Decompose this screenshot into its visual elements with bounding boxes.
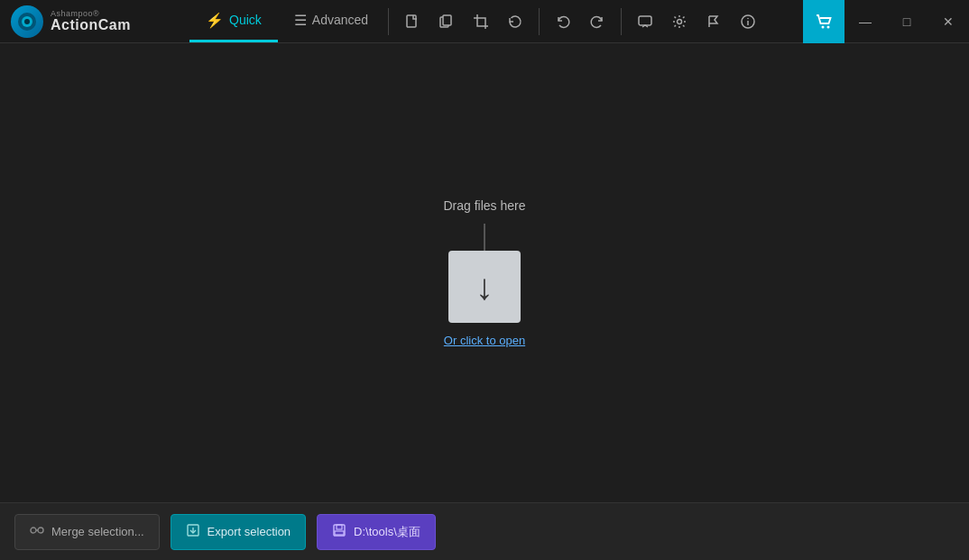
quick-icon: ⚡ (206, 12, 224, 29)
save-icon (332, 523, 346, 541)
close-button[interactable]: ✕ (927, 0, 969, 43)
drop-arrow-icon: ↓ (475, 269, 494, 305)
svg-rect-5 (443, 15, 451, 25)
cart-button[interactable] (803, 0, 844, 43)
output-path-button[interactable]: D:\tools\桌面 (317, 514, 436, 550)
svg-rect-3 (407, 15, 416, 27)
tab-advanced-label: Advanced (312, 13, 368, 27)
svg-rect-25 (335, 531, 344, 535)
refresh-button[interactable] (499, 5, 531, 38)
svg-point-15 (747, 17, 749, 19)
duplicate-button[interactable] (430, 5, 463, 38)
svg-point-19 (38, 528, 43, 533)
export-selection-button[interactable]: Export selection (171, 514, 307, 550)
advanced-icon: ☰ (294, 12, 307, 29)
info-button[interactable] (732, 5, 764, 38)
merge-selection-button[interactable]: Merge selection... (14, 514, 160, 550)
merge-selection-label: Merge selection... (51, 525, 144, 538)
svg-point-2 (24, 19, 30, 24)
drop-zone[interactable]: Drag files here ↓ Or click to open (443, 198, 525, 347)
new-file-button[interactable] (396, 5, 429, 38)
main-content: Drag files here ↓ Or click to open (0, 43, 969, 502)
separator-1 (388, 8, 389, 35)
output-path-label: D:\tools\桌面 (354, 524, 420, 540)
svg-rect-11 (639, 16, 651, 25)
flag-button[interactable] (697, 5, 730, 38)
crop-button[interactable] (465, 5, 497, 38)
window-controls: — □ ✕ (844, 0, 969, 42)
bottom-bar: Merge selection... Export selection D:\t… (0, 502, 969, 560)
maximize-button[interactable]: □ (886, 0, 927, 43)
redo-button[interactable] (581, 5, 614, 38)
export-selection-label: Export selection (208, 525, 291, 538)
nav-tabs: ⚡ Quick ☰ Advanced (189, 0, 384, 42)
svg-point-16 (822, 25, 825, 28)
toolbar-group-2 (543, 0, 617, 42)
tab-advanced[interactable]: ☰ Advanced (278, 0, 384, 42)
settings-button[interactable] (663, 5, 696, 38)
merge-icon (30, 523, 44, 541)
separator-2 (539, 8, 540, 35)
chat-button[interactable] (629, 5, 661, 38)
click-to-open-link[interactable]: Or click to open (444, 334, 525, 347)
svg-rect-6 (477, 18, 485, 26)
toolbar-group-1 (392, 0, 535, 42)
drop-icon-container: ↓ (448, 224, 521, 323)
minimize-button[interactable]: — (844, 0, 886, 43)
drag-files-text: Drag files here (443, 198, 525, 213)
tab-quick[interactable]: ⚡ Quick (189, 0, 278, 42)
svg-point-18 (31, 528, 36, 533)
header: Ashampoo® ActionCam ⚡ Quick ☰ Advanced (0, 0, 969, 43)
tab-quick-label: Quick (229, 13, 262, 27)
undo-button[interactable] (547, 5, 579, 38)
svg-point-17 (827, 25, 830, 28)
svg-point-12 (678, 19, 682, 23)
logo-area: Ashampoo® ActionCam (0, 5, 189, 38)
svg-rect-24 (337, 525, 342, 529)
logo-name: ActionCam (51, 18, 131, 32)
svg-rect-23 (334, 525, 345, 536)
export-icon (186, 523, 200, 541)
app-logo-icon (11, 5, 43, 38)
drop-box: ↓ (448, 251, 521, 323)
toolbar-group-3 (625, 0, 768, 42)
drop-line (484, 224, 485, 251)
logo-text: Ashampoo® ActionCam (51, 10, 131, 32)
separator-3 (621, 8, 622, 35)
